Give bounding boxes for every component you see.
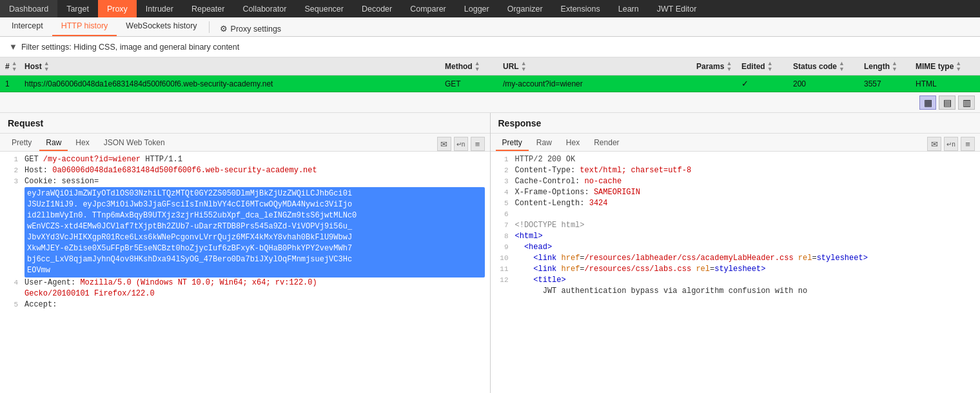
resp-menu-icon[interactable]: ≡ [961,137,975,151]
resp-wrap-icon[interactable]: ↵n [944,137,958,151]
col-params-label: Params [696,62,724,71]
row-mime: HTML [913,79,977,88]
response-panel: Response Pretty Raw Hex Render ✉ ↵n ≡ 1 … [491,113,981,393]
req-line-2: 2 Host: 0a06006d048da1e6831484d500f600f6… [0,165,490,176]
sort-host: ▲▼ [44,61,50,72]
req-tab-pretty[interactable]: Pretty [5,136,38,151]
nav-divider [209,21,210,33]
req-menu-icon[interactable]: ≡ [471,137,485,151]
row-num: 1 [3,79,22,88]
req-line-cookie-val: eyJraWQiOiJmZWIyOTdlOS03NzhiLTQzMTQt0GY2… [0,187,490,277]
resp-line-7: 7 <!DOCTYPE html> [491,220,981,231]
resp-tab-pretty[interactable]: Pretty [496,136,529,151]
req-line-5: 5 Accept: [0,299,490,310]
nav-comparer[interactable]: Comparer [401,0,455,17]
filter-text: Filter settings: Hiding CSS, image and g… [21,43,239,52]
nav-logger[interactable]: Logger [455,0,498,17]
col-host-label: Host [24,62,42,71]
resp-tab-actions: ✉ ↵n ≡ [927,137,975,151]
nav-extensions[interactable]: Extensions [552,0,609,17]
sort-status: ▲▼ [839,61,845,72]
nav-repeater[interactable]: Repeater [182,0,233,17]
tab-http-history[interactable]: HTTP history [52,17,117,36]
nav-collaborator[interactable]: Collaborator [233,0,295,17]
resp-line-8: 8 <html> [491,231,981,242]
resp-line-12: 12 <title> [491,275,981,286]
resp-line-4: 4 X-Frame-Options: SAMEORIGIN [491,187,981,198]
col-params[interactable]: Params ▲▼ [694,61,739,72]
view-single[interactable]: ▥ [958,96,975,110]
resp-line-1: 1 HTTP/2 200 OK [491,154,981,165]
response-code-area[interactable]: 1 HTTP/2 200 OK 2 Content-Type: text/htm… [491,152,981,393]
col-length[interactable]: Length ▲▼ [861,61,913,72]
table-row[interactable]: 1 https://0a06006d048da1e6831484d500f600… [0,76,980,92]
col-status[interactable]: Status code ▲▼ [790,61,861,72]
resp-line-9: 9 <head> [491,242,981,253]
col-status-label: Status code [793,62,837,71]
resp-line-6: 6 [491,209,981,220]
tab-intercept[interactable]: Intercept [3,17,52,36]
nav-decoder[interactable]: Decoder [353,0,401,17]
col-mime-label: MIME type [916,62,954,71]
req-line-4: 4 User-Agent: Mozilla/5.0 (Windows NT 10… [0,277,490,288]
col-edited[interactable]: Edited ▲▼ [739,61,790,72]
req-tab-hex[interactable]: Hex [69,136,95,151]
sort-params: ▲▼ [726,61,732,72]
view-split-vertical[interactable]: ▤ [939,96,956,110]
split-container: Request Pretty Raw Hex JSON Web Token ✉ … [0,113,980,393]
nav-organizer[interactable]: Organizer [498,0,552,17]
req-tab-raw[interactable]: Raw [39,136,68,151]
proxy-settings-link[interactable]: ⚙ Proxy settings [212,21,289,36]
filter-icon: ▼ [9,42,17,52]
resp-line-5: 5 Content-Length: 3424 [491,198,981,209]
req-tab-actions: ✉ ↵n ≡ [437,137,485,151]
sort-mime: ▲▼ [956,61,961,72]
table-header: # ▲▼ Host ▲▼ Method ▲▼ URL ▲▼ Params ▲▼ … [0,57,980,76]
response-title: Response [498,118,542,128]
row-host: https://0a06006d048da1e6831484d500f600f6… [22,79,442,88]
request-title-bar: Request [0,113,490,134]
row-status: 200 [790,79,861,88]
sub-nav: Intercept HTTP history WebSockets histor… [0,17,980,37]
nav-sequencer[interactable]: Sequencer [295,0,352,17]
resp-line-3: 3 Cache-Control: no-cache [491,176,981,187]
row-url: /my-account?id=wiener [500,79,694,88]
sort-length: ▲▼ [892,61,897,72]
request-title: Request [8,118,43,128]
view-split-horizontal[interactable]: ▦ [919,96,936,110]
resp-tab-hex[interactable]: Hex [560,136,586,151]
resp-tab-render[interactable]: Render [587,136,625,151]
req-send-icon[interactable]: ✉ [437,137,451,151]
col-edited-label: Edited [741,62,765,71]
req-line-3: 3 Cookie: session= [0,176,490,187]
req-line-1: 1 GET /my-account?id=wiener HTTP/1.1 [0,154,490,165]
col-num-label: # [5,62,10,71]
nav-target[interactable]: Target [57,0,98,17]
col-host[interactable]: Host ▲▼ [22,61,442,72]
sort-method: ▲▼ [475,61,480,72]
nav-learn[interactable]: Learn [609,0,648,17]
resp-send-icon[interactable]: ✉ [927,137,941,151]
request-tabs: Pretty Raw Hex JSON Web Token ✉ ↵n ≡ [0,134,490,152]
nav-intruder[interactable]: Intruder [137,0,182,17]
sort-url: ▲▼ [521,61,527,72]
req-wrap-icon[interactable]: ↵n [454,137,468,151]
top-nav: Dashboard Target Proxy Intruder Repeater… [0,0,980,17]
row-edited: ✓ [739,79,790,88]
col-url[interactable]: URL ▲▼ [500,61,694,72]
req-tab-jwt[interactable]: JSON Web Token [97,136,172,151]
sort-edited: ▲▼ [767,61,773,72]
col-length-label: Length [864,62,890,71]
request-code-area[interactable]: 1 GET /my-account?id=wiener HTTP/1.1 2 H… [0,152,490,393]
nav-jwt-editor[interactable]: JWT Editor [648,0,706,17]
proxy-settings-label: Proxy settings [231,25,282,34]
filter-bar: ▼ Filter settings: Hiding CSS, image and… [0,37,980,57]
nav-proxy[interactable]: Proxy [98,0,137,17]
nav-dashboard[interactable]: Dashboard [0,0,57,17]
col-method[interactable]: Method ▲▼ [442,61,500,72]
col-num[interactable]: # ▲▼ [3,61,22,72]
tab-websockets-history[interactable]: WebSockets history [117,17,206,36]
resp-tab-raw[interactable]: Raw [530,136,558,151]
col-method-label: Method [445,62,473,71]
col-mime[interactable]: MIME type ▲▼ [913,61,977,72]
